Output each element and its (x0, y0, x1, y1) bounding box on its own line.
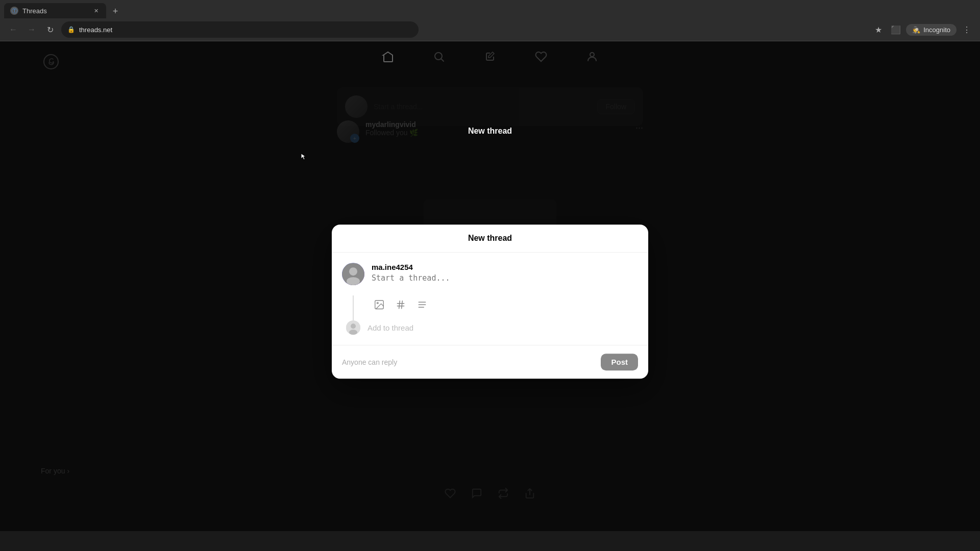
new-tab-button[interactable]: + (108, 4, 122, 18)
page-content: Start a thread... Follow + mydarlingvivi… (0, 41, 980, 531)
add-thread-avatar (346, 320, 360, 335)
incognito-label: Incognito (923, 26, 950, 34)
browser-chrome: Ⓣ Threads ✕ + ← → ↻ 🔒 threads.net ★ ⬛ 🕵 … (0, 0, 980, 41)
refresh-button[interactable]: ↻ (43, 22, 57, 37)
compose-avatar (342, 263, 364, 285)
tab-bar: Ⓣ Threads ✕ + (0, 0, 980, 18)
reply-permission-label: Anyone can reply (342, 358, 397, 366)
modal-floating-title: New thread (468, 127, 512, 136)
incognito-badge[interactable]: 🕵 Incognito (906, 24, 957, 36)
lock-icon: 🔒 (67, 26, 75, 33)
active-tab[interactable]: Ⓣ Threads ✕ (4, 3, 106, 18)
svg-point-9 (351, 323, 356, 329)
modal-body: ma.ine4254 (332, 253, 648, 345)
modal-footer: Anyone can reply Post (332, 345, 648, 379)
address-bar[interactable]: 🔒 threads.net (61, 21, 419, 38)
incognito-icon: 🕵 (912, 26, 920, 34)
toolbar-right: ★ ⬛ 🕵 Incognito ⋮ (871, 22, 974, 37)
svg-point-4 (349, 267, 357, 276)
svg-point-7 (377, 303, 378, 304)
forward-button[interactable]: → (24, 22, 39, 37)
mouse-cursor (301, 154, 308, 161)
compose-content: ma.ine4254 (372, 263, 638, 290)
bookmark-button[interactable]: ★ (871, 22, 886, 37)
modal-title: New thread (332, 224, 648, 253)
tab-favicon: Ⓣ (10, 7, 18, 15)
svg-point-5 (347, 277, 360, 285)
thread-connector-line (353, 295, 354, 321)
compose-username: ma.ine4254 (372, 263, 638, 271)
sidebar-button[interactable]: ⬛ (889, 22, 903, 37)
back-button[interactable]: ← (6, 22, 20, 37)
post-button[interactable]: Post (601, 354, 638, 370)
compose-toolbar (342, 297, 638, 312)
image-attach-button[interactable] (372, 297, 387, 312)
menu-button[interactable]: ⋮ (960, 22, 974, 37)
url-text: threads.net (79, 26, 412, 34)
add-thread-label[interactable]: Add to thread (368, 323, 413, 332)
new-thread-modal: New thread ma.ine4254 (332, 224, 648, 379)
hashtag-button[interactable] (393, 297, 408, 312)
tab-title: Threads (22, 7, 88, 15)
thread-input[interactable] (372, 273, 638, 288)
thread-compose: ma.ine4254 (342, 263, 638, 290)
browser-toolbar: ← → ↻ 🔒 threads.net ★ ⬛ 🕵 Incognito ⋮ (0, 18, 980, 41)
add-thread-section: Add to thread (342, 320, 638, 335)
formatting-button[interactable] (414, 297, 430, 312)
svg-point-10 (349, 330, 357, 335)
tab-close-button[interactable]: ✕ (92, 7, 100, 15)
compose-avatar-image (342, 263, 364, 285)
